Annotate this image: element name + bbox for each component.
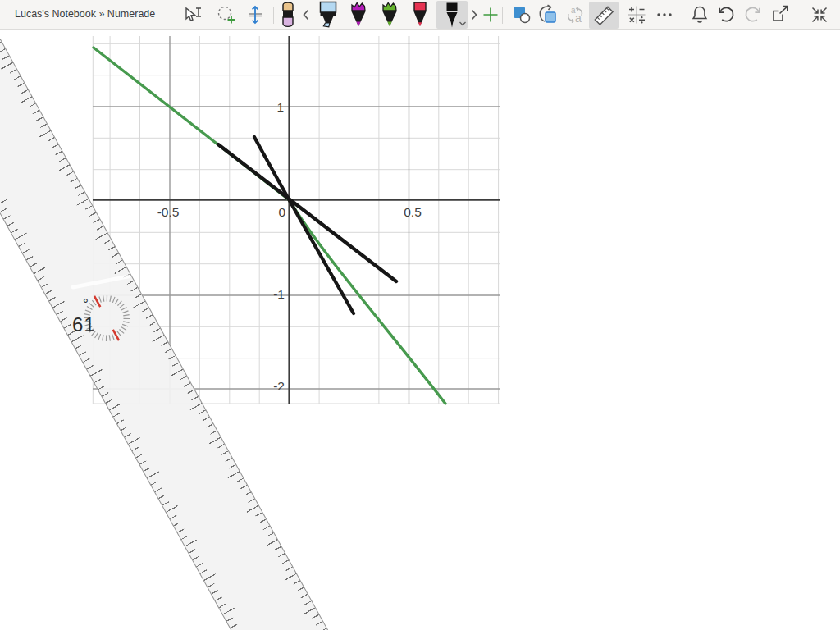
ruler-angle-value: 61 xyxy=(72,315,96,335)
math-button[interactable] xyxy=(623,0,650,29)
toolbar-separator xyxy=(502,7,503,24)
lasso-select-button[interactable] xyxy=(214,0,239,29)
share-button[interactable] xyxy=(768,0,794,29)
chevron-right-icon xyxy=(469,8,479,21)
redo-button-disabled xyxy=(741,0,765,29)
ruler-tool-button[interactable] xyxy=(589,2,619,29)
toolbar-separator xyxy=(273,7,274,24)
notifications-button[interactable] xyxy=(687,0,712,29)
toolbar-separator xyxy=(801,7,801,24)
math-icon xyxy=(624,2,649,27)
y-tick-label: -2 xyxy=(273,379,285,393)
highlighter-blue-icon xyxy=(316,1,340,29)
bell-icon xyxy=(688,3,711,26)
share-icon xyxy=(769,3,793,26)
ink-replay-button[interactable] xyxy=(535,0,561,29)
collapse-icon xyxy=(808,3,831,26)
y-tick-label: -1 xyxy=(273,287,285,301)
redo-icon xyxy=(742,3,765,26)
black-ink-tangent-line xyxy=(218,144,396,281)
pencil-magenta-icon xyxy=(346,1,371,29)
toolbar-separator xyxy=(682,7,682,24)
black-ink-secant-line xyxy=(254,137,354,313)
undo-icon xyxy=(714,3,737,26)
x-tick-label: 0.5 xyxy=(404,205,422,219)
more-icon xyxy=(654,4,675,25)
chevron-down-icon[interactable] xyxy=(459,21,467,27)
eraser-icon xyxy=(277,1,299,29)
pencil-green-icon xyxy=(377,1,402,29)
ink-to-text-button-disabled: a a xyxy=(563,0,587,29)
pens-scroll-right-button[interactable] xyxy=(468,0,480,29)
more-options-button[interactable] xyxy=(652,0,677,29)
lasso-select-icon xyxy=(215,3,238,26)
pencil-green-button[interactable] xyxy=(377,0,403,29)
insert-space-button[interactable] xyxy=(244,0,267,29)
add-pen-button[interactable] xyxy=(481,0,500,29)
chevron-left-icon xyxy=(301,8,311,21)
ink-replay-icon xyxy=(536,3,559,26)
eraser-tool-button[interactable] xyxy=(276,0,299,29)
pens-scroll-left-button[interactable] xyxy=(300,0,312,29)
pen-black-selected-button[interactable] xyxy=(436,1,468,29)
highlighter-blue-button[interactable] xyxy=(315,0,341,29)
notebook-breadcrumb[interactable]: Lucas's Notebook » Numerade xyxy=(15,0,155,29)
undo-button[interactable] xyxy=(714,0,738,29)
ruler-icon xyxy=(591,3,616,28)
ink-to-text-icon: a a xyxy=(564,3,587,26)
pen-red-icon xyxy=(408,1,432,29)
collapse-toolbar-button[interactable] xyxy=(807,0,832,29)
insert-space-icon xyxy=(244,4,266,25)
ink-to-shape-icon xyxy=(510,3,533,26)
x-tick-label: 0 xyxy=(278,205,285,219)
toolbar: Lucas's Notebook » Numerade xyxy=(0,0,840,30)
y-tick-label: 1 xyxy=(276,100,284,114)
ruler-angle-degree-symbol: ° xyxy=(83,297,89,311)
select-tool-button[interactable] xyxy=(180,0,205,29)
pencil-magenta-button[interactable] xyxy=(345,0,372,29)
pen-red-button[interactable] xyxy=(407,0,433,29)
select-icon xyxy=(181,3,204,26)
add-pen-icon xyxy=(482,6,500,24)
ink-to-shape-button[interactable] xyxy=(509,0,535,29)
x-tick-label: -0.5 xyxy=(158,205,180,219)
svg-text:a: a xyxy=(575,11,582,25)
